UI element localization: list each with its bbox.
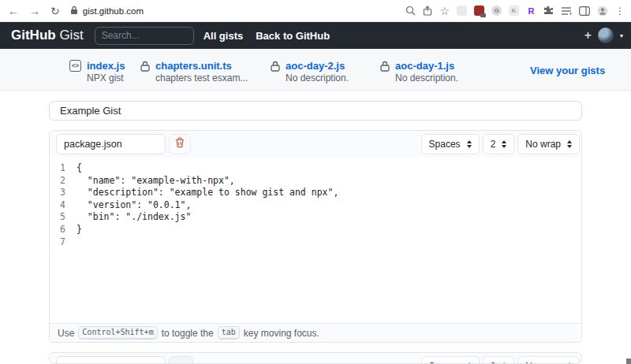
gist-tab-title: aoc-day-1.js — [395, 60, 458, 72]
gist-tab-description: No description. — [286, 72, 349, 84]
browser-reload-button[interactable]: ↻ — [50, 6, 60, 17]
hint-text: to toggle the — [162, 328, 214, 339]
extensions-puzzle-icon[interactable] — [543, 6, 554, 16]
second-delete-file-button[interactable] — [169, 356, 193, 364]
editor-accessibility-hint: Use Control+Shift+m to toggle the tab ke… — [50, 323, 581, 342]
gist-tab-description: No description. — [395, 72, 458, 84]
view-your-gists-link[interactable]: View your gists — [530, 65, 605, 76]
browser-forward-button[interactable]: → — [29, 6, 40, 17]
search-input[interactable] — [95, 27, 194, 45]
trash-icon — [175, 137, 185, 151]
zoom-icon[interactable] — [405, 6, 416, 16]
window-resize-grip — [626, 358, 631, 364]
line-number: 6 — [50, 224, 77, 236]
wrap-mode-select[interactable]: No wrap — [517, 134, 580, 154]
wrap-mode-value: No wrap — [525, 361, 561, 364]
second-file-editor-header: Spaces 2 No wrap — [50, 353, 581, 364]
user-avatar[interactable] — [598, 28, 614, 43]
extension-icon-1[interactable] — [457, 6, 467, 16]
kbd-tab: tab — [218, 326, 240, 340]
line-number: 5 — [50, 211, 77, 224]
code-square-icon: <> — [69, 60, 81, 72]
gist-tab-item[interactable]: chapters.unit.ts chapters test esxam... — [140, 60, 248, 84]
private-lock-icon — [271, 61, 280, 84]
extension-icon-5[interactable]: R — [526, 6, 536, 16]
select-updown-icon — [567, 140, 572, 148]
github-gist-logo[interactable]: GitHub Gist — [11, 28, 84, 43]
gist-tab-item[interactable]: <> index.js NPX gist — [69, 60, 125, 84]
code-line: 4 "version": "0.0.1", — [50, 199, 581, 212]
url-text: gist.github.com — [83, 6, 144, 16]
share-icon[interactable] — [423, 6, 432, 16]
second-filename-input[interactable] — [56, 356, 166, 364]
extension-icon-3[interactable]: G — [491, 6, 502, 16]
hint-text: Use — [58, 328, 74, 339]
line-number: 4 — [50, 199, 77, 212]
code-text: "description": "example to show gist and… — [77, 187, 338, 199]
logo-gist: Gist — [59, 28, 83, 43]
gist-header: GitHub Gist All gists Back to GitHub + ▾ — [0, 22, 631, 49]
code-text: { — [77, 162, 82, 175]
gist-tab-description: chapters test esxam... — [155, 72, 248, 84]
code-editor[interactable]: 1 { 2 "name": "example-with-npx", 3 "des… — [50, 158, 581, 323]
line-number: 3 — [50, 187, 77, 199]
second-indent-size-select[interactable]: 2 — [483, 356, 515, 364]
tab-list-icon[interactable] — [561, 6, 572, 16]
side-panel-icon[interactable] — [579, 6, 590, 16]
nav-all-gists[interactable]: All gists — [203, 30, 244, 42]
private-lock-icon — [140, 61, 150, 84]
code-text: "bin": "./index.js" — [77, 211, 191, 224]
site-lock-icon[interactable] — [70, 4, 78, 18]
code-line: 7 — [50, 236, 581, 249]
browser-menu-icon[interactable]: ⋮ — [615, 6, 625, 17]
select-updown-icon — [502, 140, 506, 148]
code-line: 2 "name": "example-with-npx", — [50, 175, 581, 188]
private-lock-icon — [380, 61, 390, 84]
wrap-mode-value: No wrap — [525, 139, 561, 150]
browser-address-bar[interactable]: gist.github.com — [70, 4, 406, 18]
gist-tab-item[interactable]: aoc-day-2.js No description. — [271, 60, 349, 84]
extension-icon-4[interactable]: K — [509, 6, 519, 16]
select-updown-icon — [467, 140, 472, 148]
browser-back-button[interactable]: ← — [8, 6, 19, 17]
indent-size-value: 2 — [491, 139, 496, 150]
indent-size-select[interactable]: 2 — [483, 134, 515, 154]
code-line: 5 "bin": "./index.js" — [50, 211, 581, 224]
avatar-caret-icon[interactable]: ▾ — [620, 32, 623, 39]
gist-tab-item[interactable]: aoc-day-1.js No description. — [380, 60, 458, 84]
extension-icon-2[interactable] — [474, 6, 484, 16]
gist-tab-title: chapters.unit.ts — [155, 60, 248, 72]
code-line: 3 "description": "example to show gist a… — [50, 187, 581, 199]
gist-description-input[interactable] — [49, 101, 582, 121]
bookmark-star-icon[interactable]: ☆ — [439, 5, 450, 17]
indent-mode-select[interactable]: Spaces — [421, 134, 480, 154]
hint-text: key moving focus. — [244, 328, 319, 339]
second-indent-mode-select[interactable]: Spaces — [421, 356, 480, 364]
gist-tab-description: NPX gist — [87, 72, 125, 84]
second-file-editor-panel: Spaces 2 No wrap — [49, 352, 582, 364]
new-gist-plus-button[interactable]: + — [584, 28, 592, 43]
file-editor-panel: Spaces 2 No wrap 1 { 2 "name": "example-… — [49, 130, 582, 343]
code-text: "name": "example-with-npx", — [77, 175, 235, 188]
filename-input[interactable] — [56, 134, 166, 154]
indent-mode-value: Spaces — [429, 139, 461, 150]
kbd-control-shift-m: Control+Shift+m — [78, 326, 157, 340]
code-text: } — [77, 224, 82, 236]
delete-file-button[interactable] — [169, 134, 191, 154]
line-number: 1 — [50, 162, 77, 175]
recent-gists-bar: <> index.js NPX gist chapters.unit.ts ch… — [0, 49, 631, 91]
line-number: 2 — [50, 175, 77, 188]
second-wrap-mode-select[interactable]: No wrap — [517, 356, 580, 364]
gist-tab-title: aoc-day-2.js — [286, 60, 349, 72]
code-text: "version": "0.0.1", — [77, 199, 191, 212]
code-line: 6 } — [50, 224, 581, 236]
line-number: 7 — [50, 236, 77, 249]
browser-profile-icon[interactable] — [597, 6, 608, 17]
browser-chrome: ← → ↻ gist.github.com ☆ G K R — [0, 0, 631, 22]
logo-github: GitHub — [11, 28, 56, 43]
nav-back-to-github[interactable]: Back to GitHub — [256, 30, 330, 42]
gist-tab-title: index.js — [87, 60, 125, 72]
file-editor-header: Spaces 2 No wrap — [50, 131, 581, 158]
indent-size-value: 2 — [491, 361, 496, 364]
code-line: 1 { — [50, 162, 581, 175]
